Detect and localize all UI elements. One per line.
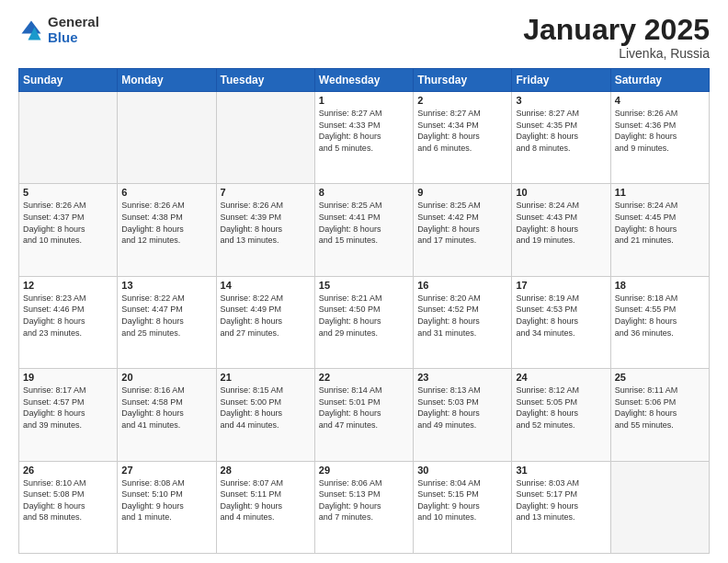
- calendar-cell: 11Sunrise: 8:24 AM Sunset: 4:45 PM Dayli…: [610, 184, 709, 276]
- calendar-cell: 24Sunrise: 8:12 AM Sunset: 5:05 PM Dayli…: [512, 369, 610, 461]
- svg-marker-0: [22, 20, 41, 33]
- logo-icon: [18, 17, 44, 43]
- day-number: 27: [121, 465, 211, 476]
- weekday-row: SundayMondayTuesdayWednesdayThursdayFrid…: [19, 69, 710, 92]
- calendar-cell: 9Sunrise: 8:25 AM Sunset: 4:42 PM Daylig…: [414, 184, 512, 276]
- day-number: 10: [516, 187, 606, 198]
- calendar-cell: [19, 92, 118, 184]
- header: General Blue January 2025 Livenka, Russi…: [18, 15, 710, 61]
- day-number: 3: [516, 95, 606, 106]
- cell-info: Sunrise: 8:22 AM Sunset: 4:49 PM Dayligh…: [221, 293, 311, 339]
- day-number: 9: [417, 187, 507, 198]
- calendar-cell: 21Sunrise: 8:15 AM Sunset: 5:00 PM Dayli…: [216, 369, 314, 461]
- day-number: 8: [319, 187, 409, 198]
- cell-info: Sunrise: 8:07 AM Sunset: 5:11 PM Dayligh…: [221, 477, 311, 523]
- calendar-cell: [118, 92, 216, 184]
- cell-info: Sunrise: 8:12 AM Sunset: 5:05 PM Dayligh…: [516, 385, 606, 431]
- day-number: 5: [23, 187, 113, 198]
- calendar-cell: 14Sunrise: 8:22 AM Sunset: 4:49 PM Dayli…: [216, 276, 314, 368]
- month-title: January 2025: [523, 15, 710, 44]
- calendar-cell: 18Sunrise: 8:18 AM Sunset: 4:55 PM Dayli…: [610, 276, 709, 368]
- calendar-week: 19Sunrise: 8:17 AM Sunset: 4:57 PM Dayli…: [19, 369, 710, 461]
- day-number: 24: [516, 372, 606, 383]
- day-number: 13: [121, 280, 211, 291]
- location: Livenka, Russia: [523, 46, 710, 61]
- day-number: 17: [516, 280, 606, 291]
- calendar-header: SundayMondayTuesdayWednesdayThursdayFrid…: [19, 69, 710, 92]
- day-number: 7: [221, 187, 311, 198]
- day-number: 31: [516, 465, 606, 476]
- day-number: 25: [615, 372, 705, 383]
- calendar-cell: 3Sunrise: 8:27 AM Sunset: 4:35 PM Daylig…: [512, 92, 610, 184]
- calendar-week: 5Sunrise: 8:26 AM Sunset: 4:37 PM Daylig…: [19, 184, 710, 276]
- day-number: 12: [23, 280, 113, 291]
- calendar-cell: 22Sunrise: 8:14 AM Sunset: 5:01 PM Dayli…: [314, 369, 413, 461]
- calendar-cell: 29Sunrise: 8:06 AM Sunset: 5:13 PM Dayli…: [314, 461, 413, 553]
- calendar-cell: 19Sunrise: 8:17 AM Sunset: 4:57 PM Dayli…: [19, 369, 118, 461]
- calendar-week: 1Sunrise: 8:27 AM Sunset: 4:33 PM Daylig…: [19, 92, 710, 184]
- calendar-cell: 13Sunrise: 8:22 AM Sunset: 4:47 PM Dayli…: [118, 276, 216, 368]
- cell-info: Sunrise: 8:13 AM Sunset: 5:03 PM Dayligh…: [417, 385, 507, 431]
- calendar-cell: 17Sunrise: 8:19 AM Sunset: 4:53 PM Dayli…: [512, 276, 610, 368]
- day-number: 11: [615, 187, 705, 198]
- calendar-cell: 16Sunrise: 8:20 AM Sunset: 4:52 PM Dayli…: [414, 276, 512, 368]
- cell-info: Sunrise: 8:25 AM Sunset: 4:42 PM Dayligh…: [417, 200, 507, 246]
- title-block: January 2025 Livenka, Russia: [523, 15, 710, 61]
- calendar-cell: 20Sunrise: 8:16 AM Sunset: 4:58 PM Dayli…: [118, 369, 216, 461]
- day-number: 4: [615, 95, 705, 106]
- logo-blue-text: Blue: [48, 30, 99, 46]
- logo-text: General Blue: [48, 15, 99, 45]
- cell-info: Sunrise: 8:04 AM Sunset: 5:15 PM Dayligh…: [417, 477, 507, 523]
- calendar-cell: 1Sunrise: 8:27 AM Sunset: 4:33 PM Daylig…: [314, 92, 413, 184]
- weekday-header: Saturday: [610, 69, 709, 92]
- day-number: 21: [221, 372, 311, 383]
- calendar-cell: [216, 92, 314, 184]
- cell-info: Sunrise: 8:26 AM Sunset: 4:38 PM Dayligh…: [121, 200, 211, 246]
- day-number: 19: [23, 372, 113, 383]
- cell-info: Sunrise: 8:24 AM Sunset: 4:45 PM Dayligh…: [615, 200, 705, 246]
- calendar-cell: 26Sunrise: 8:10 AM Sunset: 5:08 PM Dayli…: [19, 461, 118, 553]
- weekday-header: Wednesday: [314, 69, 413, 92]
- cell-info: Sunrise: 8:17 AM Sunset: 4:57 PM Dayligh…: [23, 385, 113, 431]
- logo-general-text: General: [48, 15, 99, 30]
- day-number: 20: [121, 372, 211, 383]
- cell-info: Sunrise: 8:06 AM Sunset: 5:13 PM Dayligh…: [319, 477, 409, 523]
- cell-info: Sunrise: 8:10 AM Sunset: 5:08 PM Dayligh…: [23, 477, 113, 523]
- calendar: SundayMondayTuesdayWednesdayThursdayFrid…: [18, 68, 710, 554]
- page: General Blue January 2025 Livenka, Russi…: [0, 0, 728, 563]
- calendar-cell: 28Sunrise: 8:07 AM Sunset: 5:11 PM Dayli…: [216, 461, 314, 553]
- day-number: 18: [615, 280, 705, 291]
- day-number: 23: [417, 372, 507, 383]
- calendar-cell: 2Sunrise: 8:27 AM Sunset: 4:34 PM Daylig…: [414, 92, 512, 184]
- cell-info: Sunrise: 8:27 AM Sunset: 4:35 PM Dayligh…: [516, 108, 606, 154]
- calendar-cell: 15Sunrise: 8:21 AM Sunset: 4:50 PM Dayli…: [314, 276, 413, 368]
- cell-info: Sunrise: 8:15 AM Sunset: 5:00 PM Dayligh…: [221, 385, 311, 431]
- cell-info: Sunrise: 8:11 AM Sunset: 5:06 PM Dayligh…: [615, 385, 705, 431]
- day-number: 6: [121, 187, 211, 198]
- calendar-cell: [610, 461, 709, 553]
- cell-info: Sunrise: 8:27 AM Sunset: 4:34 PM Dayligh…: [417, 108, 507, 154]
- cell-info: Sunrise: 8:19 AM Sunset: 4:53 PM Dayligh…: [516, 293, 606, 339]
- weekday-header: Thursday: [414, 69, 512, 92]
- calendar-cell: 25Sunrise: 8:11 AM Sunset: 5:06 PM Dayli…: [610, 369, 709, 461]
- calendar-body: 1Sunrise: 8:27 AM Sunset: 4:33 PM Daylig…: [19, 92, 710, 554]
- calendar-cell: 31Sunrise: 8:03 AM Sunset: 5:17 PM Dayli…: [512, 461, 610, 553]
- calendar-cell: 4Sunrise: 8:26 AM Sunset: 4:36 PM Daylig…: [610, 92, 709, 184]
- cell-info: Sunrise: 8:18 AM Sunset: 4:55 PM Dayligh…: [615, 293, 705, 339]
- calendar-cell: 5Sunrise: 8:26 AM Sunset: 4:37 PM Daylig…: [19, 184, 118, 276]
- cell-info: Sunrise: 8:22 AM Sunset: 4:47 PM Dayligh…: [121, 293, 211, 339]
- cell-info: Sunrise: 8:26 AM Sunset: 4:37 PM Dayligh…: [23, 200, 113, 246]
- day-number: 15: [319, 280, 409, 291]
- calendar-cell: 30Sunrise: 8:04 AM Sunset: 5:15 PM Dayli…: [414, 461, 512, 553]
- calendar-cell: 10Sunrise: 8:24 AM Sunset: 4:43 PM Dayli…: [512, 184, 610, 276]
- day-number: 14: [221, 280, 311, 291]
- weekday-header: Friday: [512, 69, 610, 92]
- day-number: 29: [319, 465, 409, 476]
- calendar-week: 26Sunrise: 8:10 AM Sunset: 5:08 PM Dayli…: [19, 461, 710, 553]
- day-number: 22: [319, 372, 409, 383]
- cell-info: Sunrise: 8:14 AM Sunset: 5:01 PM Dayligh…: [319, 385, 409, 431]
- day-number: 26: [23, 465, 113, 476]
- calendar-cell: 6Sunrise: 8:26 AM Sunset: 4:38 PM Daylig…: [118, 184, 216, 276]
- calendar-cell: 23Sunrise: 8:13 AM Sunset: 5:03 PM Dayli…: [414, 369, 512, 461]
- calendar-cell: 7Sunrise: 8:26 AM Sunset: 4:39 PM Daylig…: [216, 184, 314, 276]
